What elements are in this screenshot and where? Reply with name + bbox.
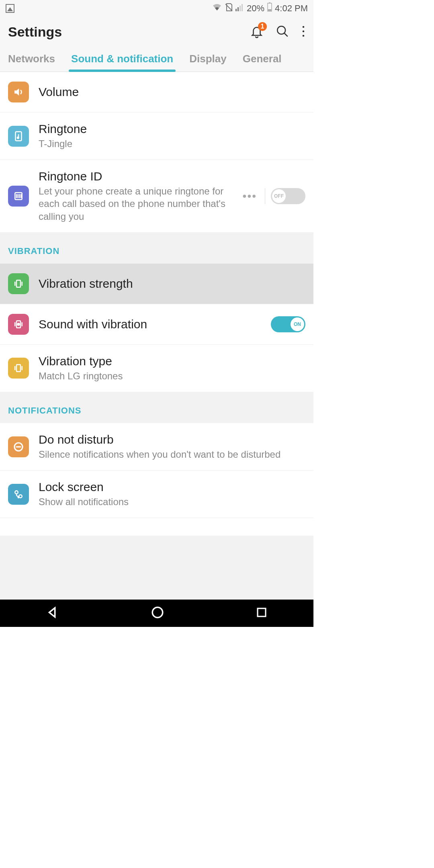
svg-point-8	[277, 26, 285, 34]
row-title: Volume	[39, 85, 305, 99]
svg-point-34	[18, 497, 19, 498]
svg-rect-1	[235, 9, 237, 11]
ringtone-id-toggle[interactable]: OFF	[271, 188, 305, 204]
sound-with-vibration-icon	[8, 314, 29, 335]
svg-point-11	[303, 30, 305, 32]
notifications-badge: 1	[258, 22, 267, 31]
signal-icon	[235, 3, 244, 14]
svg-rect-36	[258, 608, 266, 616]
svg-point-14	[17, 137, 19, 138]
nav-back-button[interactable]	[46, 606, 59, 621]
row-subtitle: T-Jingle	[39, 137, 305, 150]
row-apps[interactable]: Apps	[0, 518, 313, 536]
row-ringtone[interactable]: Ringtone T-Jingle	[0, 112, 313, 160]
row-title: Vibration type	[39, 354, 305, 368]
row-subtitle: Show all notifications	[39, 495, 305, 508]
row-title: Ringtone ID	[39, 170, 240, 183]
row-vibration-type[interactable]: Vibration type Match LG ringtones	[0, 344, 313, 392]
toggle-label: OFF	[272, 189, 286, 203]
vibration-strength-icon	[8, 273, 29, 294]
svg-rect-4	[242, 4, 243, 11]
search-button[interactable]	[276, 25, 289, 40]
app-bar: Settings 1	[0, 17, 313, 43]
row-title: Do not disturb	[39, 433, 305, 446]
ringtone-icon	[8, 126, 29, 147]
row-do-not-disturb[interactable]: Do not disturb Silence notifications whe…	[0, 423, 313, 470]
wifi-icon	[212, 3, 222, 14]
row-title: Ringtone	[39, 122, 305, 136]
row-volume[interactable]: Volume	[0, 72, 313, 112]
ringtone-id-icon	[8, 186, 29, 207]
nav-recent-button[interactable]	[256, 606, 268, 620]
tab-sound-notification[interactable]: Sound & notification	[63, 49, 181, 72]
divider	[265, 188, 265, 204]
svg-point-35	[152, 607, 163, 618]
sound-with-vibration-toggle[interactable]: ON	[271, 316, 305, 332]
settings-list[interactable]: Volume Ringtone T-Jingle Ringtone ID	[0, 72, 313, 600]
more-icon[interactable]: •••	[240, 190, 259, 203]
nav-bar	[0, 600, 313, 627]
row-subtitle: Match LG ringtones	[39, 370, 305, 382]
row-title: Vibration strength	[39, 277, 305, 291]
section-header-vibration: Vibration	[0, 232, 313, 264]
overflow-menu-button[interactable]	[301, 25, 305, 40]
status-bar: 20% 4:02 PM	[0, 0, 313, 17]
svg-rect-20	[16, 280, 20, 287]
vibration-type-icon	[8, 358, 29, 379]
nav-home-button[interactable]	[151, 606, 164, 621]
section-header-notifications: Notifications	[0, 392, 313, 423]
row-subtitle: Silence notifications when you don't wan…	[39, 448, 305, 461]
svg-point-32	[15, 491, 18, 494]
svg-rect-2	[237, 7, 239, 11]
svg-point-10	[303, 26, 305, 28]
toggle-label: ON	[291, 317, 304, 331]
tab-general[interactable]: General	[235, 49, 290, 72]
row-title: Lock screen	[39, 480, 305, 494]
battery-percent: 20%	[247, 3, 264, 14]
svg-line-9	[284, 33, 288, 37]
screen: 20% 4:02 PM Settings 1 Networks Sound & …	[0, 0, 313, 627]
notifications-button[interactable]: 1	[250, 25, 264, 40]
clock: 4:02 PM	[275, 3, 308, 14]
lock-screen-icon	[8, 484, 29, 505]
tabs: Networks Sound & notification Display Ge…	[0, 43, 313, 72]
page-title: Settings	[8, 24, 62, 40]
picture-icon	[6, 4, 14, 13]
row-ringtone-id[interactable]: Ringtone ID Let your phone create a uniq…	[0, 160, 313, 232]
battery-icon	[267, 2, 272, 14]
do-not-disturb-icon	[8, 436, 29, 457]
svg-rect-7	[268, 9, 271, 11]
no-sim-icon	[224, 3, 233, 14]
tab-networks[interactable]: Networks	[0, 49, 63, 72]
tab-display[interactable]: Display	[181, 49, 235, 72]
row-subtitle: Let your phone create a unique ringtone …	[39, 185, 240, 223]
svg-rect-3	[240, 6, 241, 11]
volume-icon	[8, 82, 29, 102]
svg-point-24	[18, 323, 20, 325]
row-sound-with-vibration[interactable]: Sound with vibration ON	[0, 304, 313, 344]
svg-rect-27	[16, 365, 20, 372]
row-lock-screen[interactable]: Lock screen Show all notifications	[0, 470, 313, 518]
svg-point-12	[303, 35, 305, 37]
row-vibration-strength[interactable]: Vibration strength	[0, 264, 313, 304]
row-title: Sound with vibration	[39, 317, 271, 331]
